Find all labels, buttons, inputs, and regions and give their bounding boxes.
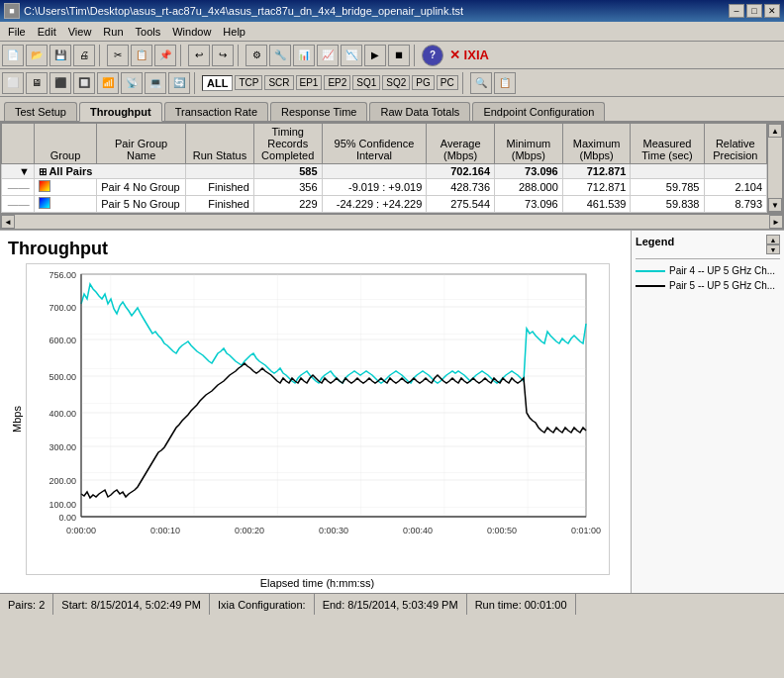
- mode-ep2[interactable]: EP2: [324, 75, 350, 90]
- tb-b4[interactable]: 📈: [317, 45, 339, 66]
- legend-panel: Legend ▲ ▼ Pair 4 -- UP 5 GHz Ch... Pair…: [631, 231, 784, 593]
- tab-response-time[interactable]: Response Time: [270, 102, 367, 121]
- all-pairs-row: ▼ ⊞ All Pairs 585 702.164 73.096 712.871: [2, 164, 767, 179]
- pair5-time: 59.838: [631, 196, 704, 213]
- pair4-expand[interactable]: ——: [2, 179, 35, 196]
- table-inner: Group Pair Group Name Run Status Timing …: [1, 123, 767, 213]
- mode-scr[interactable]: SCR: [264, 75, 293, 90]
- pair4-min: 288.000: [495, 179, 563, 196]
- pair5-icon: [34, 196, 96, 213]
- tb2-filter2[interactable]: 📋: [494, 72, 516, 94]
- mode-tcp[interactable]: TCP: [235, 75, 262, 90]
- table-hscrollbar[interactable]: ◄ ►: [0, 214, 784, 230]
- pair4-avg: 428.736: [427, 179, 495, 196]
- tb2-b3[interactable]: ⬛: [49, 72, 71, 94]
- tb2-b5[interactable]: 📶: [97, 72, 119, 94]
- tb-redo[interactable]: ↪: [212, 45, 234, 66]
- legend-scroll-up[interactable]: ▲: [766, 235, 780, 244]
- menu-window[interactable]: Window: [166, 25, 217, 39]
- legend-item-pair5: Pair 5 -- UP 5 GHz Ch...: [636, 280, 780, 291]
- col-records: Timing Records Completed: [253, 124, 322, 164]
- col-max: Maximum (Mbps): [562, 124, 631, 164]
- tb-b5[interactable]: 📉: [341, 45, 362, 66]
- svg-text:200.00: 200.00: [49, 476, 76, 486]
- tb-undo[interactable]: ↩: [188, 45, 210, 66]
- tb-b6[interactable]: ▶: [364, 45, 386, 66]
- tb-cut[interactable]: ✂: [107, 45, 129, 66]
- chart-svg: 756.00 700.00 600.00 500.00 400.00 300.0…: [26, 263, 610, 575]
- svg-text:0:00:40: 0:00:40: [403, 526, 433, 535]
- hscroll-left[interactable]: ◄: [1, 215, 15, 229]
- toolbar-2: ⬜ 🖥 ⬛ 🔲 📶 📡 💻 🔄 ALL TCP SCR EP1 EP2 SQ1 …: [0, 69, 784, 97]
- legend-item-pair4: Pair 4 -- UP 5 GHz Ch...: [636, 265, 780, 276]
- table-row: —— Pair 4 No Group Finished 356 -9.019 :…: [2, 179, 767, 196]
- tb-b3[interactable]: 📊: [293, 45, 315, 66]
- maximize-button[interactable]: □: [746, 4, 762, 18]
- tb-b1[interactable]: ⚙: [245, 45, 267, 66]
- tb-new[interactable]: 📄: [2, 45, 24, 66]
- minimize-button[interactable]: –: [729, 4, 744, 18]
- pair5-label: Pair 5 No Group: [97, 196, 186, 213]
- title-bar: ■ C:\Users\Tim\Desktop\asus_rt-ac87u_4x4…: [0, 0, 784, 22]
- status-runtime: Run time: 00:01:00: [467, 594, 576, 615]
- tab-transaction-rate[interactable]: Transaction Rate: [164, 102, 268, 121]
- chart-container: Mbps: [8, 263, 627, 575]
- tb2-b2[interactable]: 🖥: [26, 72, 48, 94]
- tb-save[interactable]: 💾: [49, 45, 71, 66]
- tb2-b7[interactable]: 💻: [145, 72, 166, 94]
- mode-pc[interactable]: PC: [437, 75, 458, 90]
- mode-pg[interactable]: PG: [412, 75, 434, 90]
- pair5-status: Finished: [186, 196, 254, 213]
- menu-file[interactable]: File: [2, 25, 32, 39]
- ixia-logo: ✕ IXIA: [445, 48, 493, 62]
- tab-throughput[interactable]: Throughput: [79, 102, 162, 122]
- pair5-expand[interactable]: ——: [2, 196, 35, 213]
- svg-text:0:00:30: 0:00:30: [319, 526, 348, 535]
- tb2-b1[interactable]: ⬜: [2, 72, 24, 94]
- tb-b7[interactable]: ⏹: [388, 45, 410, 66]
- scroll-up[interactable]: ▲: [768, 124, 782, 138]
- menu-edit[interactable]: Edit: [32, 25, 62, 39]
- tb2-b6[interactable]: 📡: [121, 72, 143, 94]
- tb-open[interactable]: 📂: [26, 45, 48, 66]
- all-pairs-min: 73.096: [495, 164, 563, 179]
- svg-text:300.00: 300.00: [49, 442, 76, 452]
- menu-help[interactable]: Help: [217, 25, 251, 39]
- menu-view[interactable]: View: [62, 25, 98, 39]
- tab-test-setup[interactable]: Test Setup: [4, 102, 77, 121]
- tb-paste[interactable]: 📌: [154, 45, 176, 66]
- menu-tools[interactable]: Tools: [130, 25, 167, 39]
- legend-scroll-down[interactable]: ▼: [766, 244, 780, 254]
- all-pairs-expand[interactable]: ▼: [2, 164, 35, 179]
- tb2-filter1[interactable]: 🔍: [470, 72, 492, 94]
- mode-sq1[interactable]: SQ1: [352, 75, 380, 90]
- legend-color-pair4: [636, 270, 665, 272]
- tb2-b8[interactable]: 🔄: [168, 72, 190, 94]
- tb-info[interactable]: ?: [422, 45, 443, 66]
- status-pairs: Pairs: 2: [0, 594, 53, 615]
- tb-copy[interactable]: 📋: [131, 45, 152, 66]
- all-pairs-interval: [322, 164, 427, 179]
- tab-raw-data-totals[interactable]: Raw Data Totals: [369, 102, 470, 121]
- mode-sq2[interactable]: SQ2: [382, 75, 410, 90]
- chart-area: Throughput Mbps: [0, 230, 784, 593]
- all-label[interactable]: ALL: [202, 75, 233, 91]
- close-button[interactable]: ✕: [764, 4, 780, 18]
- col-pair-group: Pair Group Name: [97, 124, 186, 164]
- mode-ep1[interactable]: EP1: [296, 75, 323, 90]
- tab-bar: Test Setup Throughput Transaction Rate R…: [0, 97, 784, 122]
- tab-endpoint-config[interactable]: Endpoint Configuration: [472, 102, 605, 121]
- hscroll-right[interactable]: ►: [769, 215, 783, 229]
- tb-b2[interactable]: 🔧: [269, 45, 291, 66]
- menu-bar: File Edit View Run Tools Window Help: [0, 22, 784, 42]
- all-pairs-time: [631, 164, 704, 179]
- svg-text:0:00:00: 0:00:00: [66, 526, 96, 535]
- menu-run[interactable]: Run: [97, 25, 129, 39]
- tb2-b4[interactable]: 🔲: [73, 72, 95, 94]
- tb-print[interactable]: 🖨: [73, 45, 95, 66]
- chart-main: Throughput Mbps: [0, 231, 631, 593]
- table-scrollbar[interactable]: ▲ ▼: [767, 123, 783, 213]
- svg-text:0:01:00: 0:01:00: [571, 526, 601, 535]
- col-min: Minimum (Mbps): [495, 124, 563, 164]
- scroll-down[interactable]: ▼: [768, 198, 782, 212]
